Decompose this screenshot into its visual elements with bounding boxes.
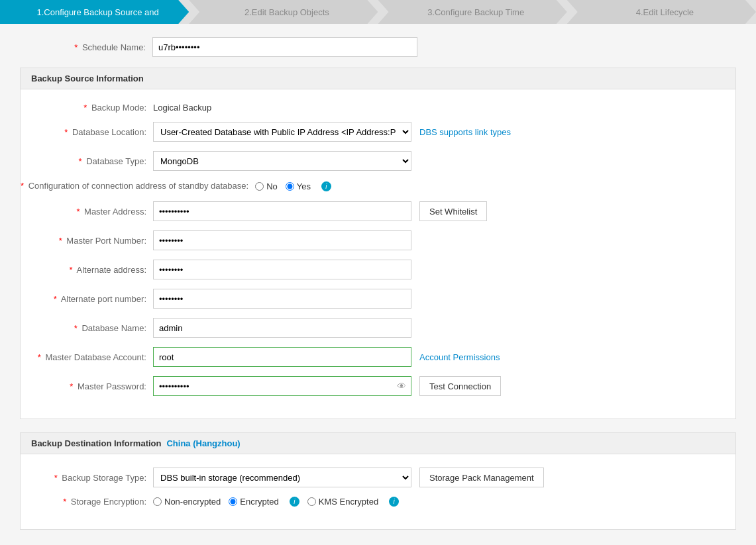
standby-no-radio[interactable] <box>255 182 264 191</box>
step-4[interactable]: 4.Edit Lifecycle <box>567 0 756 24</box>
backup-source-header: Backup Source Information <box>21 68 735 89</box>
backup-mode-value: Logical Backup <box>153 103 211 113</box>
alt-address-input[interactable] <box>153 260 411 279</box>
standby-yes-option[interactable]: Yes <box>286 181 311 191</box>
standby-row: * Configuration of connection address of… <box>21 180 735 192</box>
encrypted-label: Encrypted <box>240 497 279 507</box>
password-container: 👁 <box>153 376 411 396</box>
alt-port-input[interactable] <box>153 289 411 309</box>
non-encrypted-label: Non-encrypted <box>164 497 221 507</box>
storage-type-label: * Backup Storage Type: <box>21 473 153 483</box>
master-password-input[interactable] <box>153 376 411 396</box>
dbs-link[interactable]: DBS supports link types <box>419 127 511 137</box>
account-permissions-link[interactable]: Account Permissions <box>419 352 500 362</box>
non-encrypted-option[interactable]: Non-encrypted <box>153 497 221 507</box>
master-account-input[interactable]: root <box>153 347 411 367</box>
standby-yes-radio[interactable] <box>286 182 294 191</box>
step-2[interactable]: 2.Edit Backup Objects <box>189 0 378 24</box>
backup-source-section: Backup Source Information * Backup Mode:… <box>20 68 736 419</box>
standby-yes-label: Yes <box>297 181 311 191</box>
master-account-label: * Master Database Account: <box>21 352 153 362</box>
db-type-select[interactable]: MongoDB <box>153 151 411 171</box>
encryption-label: * Storage Encryption: <box>21 497 153 507</box>
backup-source-body: * Backup Mode: Logical Backup * Database… <box>21 89 735 419</box>
db-name-row: * Database Name: admin <box>21 318 735 338</box>
step-1-label: 1.Configure Backup Source and <box>36 7 158 17</box>
alt-port-row: * Alternate port number: <box>21 289 735 309</box>
standby-radio-group: No Yes i <box>255 181 331 191</box>
master-port-row: * Master Port Number: <box>21 230 735 250</box>
db-location-row: * Database Location: User-Created Databa… <box>21 122 735 142</box>
encrypted-radio[interactable] <box>229 497 237 506</box>
backup-destination-section: Backup Destination Information China (Ha… <box>20 432 736 530</box>
kms-info-icon[interactable]: i <box>389 497 399 507</box>
encrypted-option[interactable]: Encrypted <box>229 497 279 507</box>
main-content: * Schedule Name: Backup Source Informati… <box>0 24 756 545</box>
db-location-select[interactable]: User-Created Database with Public IP Add… <box>153 122 411 142</box>
master-password-row: * Master Password: 👁 Test Connection <box>21 376 735 396</box>
encryption-radio-group: Non-encrypted Encrypted i KMS Encrypted … <box>153 497 399 507</box>
progress-bar: 1.Configure Backup Source and 2.Edit Bac… <box>0 0 756 24</box>
encrypted-info-icon[interactable]: i <box>290 497 299 507</box>
test-connection-button[interactable]: Test Connection <box>419 376 501 396</box>
backup-mode-label: * Backup Mode: <box>21 103 153 113</box>
alt-address-label: * Alternate address: <box>21 265 153 275</box>
eye-icon[interactable]: 👁 <box>397 381 406 391</box>
region-text: China (Hangzhou) <box>166 438 240 448</box>
db-name-label: * Database Name: <box>21 323 153 333</box>
master-account-row: * Master Database Account: root Account … <box>21 347 735 367</box>
db-name-input[interactable]: admin <box>153 318 411 338</box>
storage-type-select[interactable]: DBS built-in storage (recommended) <box>153 468 411 487</box>
standby-label: * Configuration of connection address of… <box>21 180 255 192</box>
backup-destination-body: * Backup Storage Type: DBS built-in stor… <box>21 454 735 529</box>
schedule-name-label: * Schedule Name: <box>20 42 152 52</box>
set-whitelist-button[interactable]: Set Whitelist <box>419 201 487 221</box>
db-location-label: * Database Location: <box>21 127 153 137</box>
storage-pack-button[interactable]: Storage Pack Management <box>419 468 544 487</box>
db-type-label: * Database Type: <box>21 156 153 166</box>
master-port-label: * Master Port Number: <box>21 236 153 246</box>
db-type-row: * Database Type: MongoDB <box>21 151 735 171</box>
master-address-input[interactable] <box>153 201 411 221</box>
master-address-label: * Master Address: <box>21 207 153 217</box>
step-1[interactable]: 1.Configure Backup Source and <box>0 0 189 24</box>
standby-no-option[interactable]: No <box>255 181 278 191</box>
master-port-input[interactable] <box>153 230 411 250</box>
alt-address-row: * Alternate address: <box>21 260 735 279</box>
step-3[interactable]: 3.Configure Backup Time <box>378 0 567 24</box>
alt-port-label: * Alternate port number: <box>21 294 153 304</box>
non-encrypted-radio[interactable] <box>153 497 162 506</box>
storage-type-row: * Backup Storage Type: DBS built-in stor… <box>21 468 735 487</box>
schedule-name-input[interactable] <box>152 37 417 57</box>
kms-encrypted-radio[interactable] <box>307 497 316 506</box>
kms-encrypted-label: KMS Encrypted <box>319 497 378 507</box>
step-3-label: 3.Configure Backup Time <box>427 7 524 17</box>
master-password-label: * Master Password: <box>21 381 153 391</box>
step-2-label: 2.Edit Backup Objects <box>244 7 329 17</box>
step-4-label: 4.Edit Lifecycle <box>636 7 694 17</box>
master-address-row: * Master Address: Set Whitelist <box>21 201 735 221</box>
standby-info-icon[interactable]: i <box>321 181 331 191</box>
schedule-name-row: * Schedule Name: <box>20 37 736 57</box>
backup-destination-header: Backup Destination Information China (Ha… <box>21 433 735 454</box>
backup-mode-row: * Backup Mode: Logical Backup <box>21 103 735 113</box>
standby-no-label: No <box>266 181 278 191</box>
kms-encrypted-option[interactable]: KMS Encrypted <box>307 497 378 507</box>
encryption-row: * Storage Encryption: Non-encrypted Encr… <box>21 497 735 507</box>
